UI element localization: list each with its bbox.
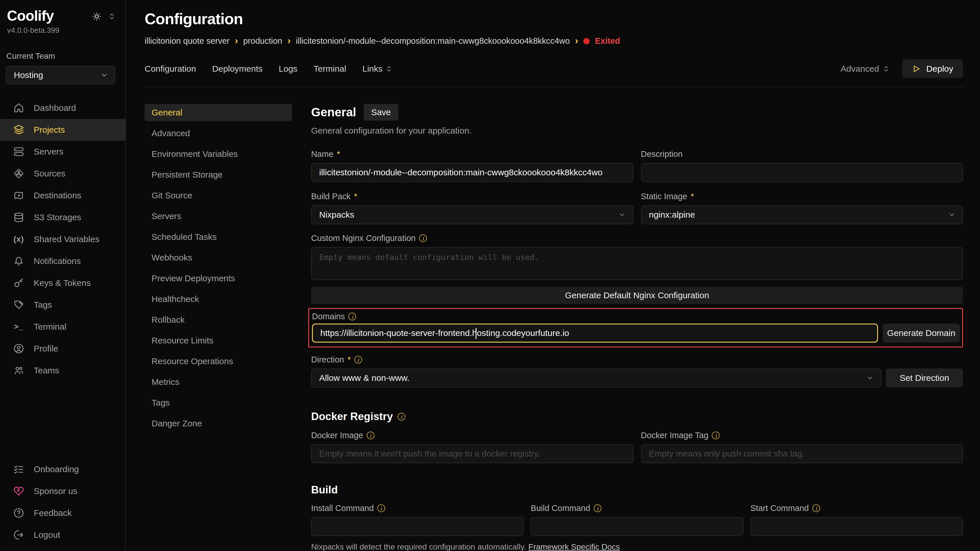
subnav-item-healthcheck[interactable]: Healthcheck [145, 291, 292, 308]
direction-label: Direction* i [311, 355, 963, 364]
user-icon [13, 343, 24, 354]
sidebar-item-profile[interactable]: Profile [0, 338, 125, 360]
subnav-item-environment-variables[interactable]: Environment Variables [145, 145, 292, 163]
start-command-input[interactable] [751, 517, 963, 536]
tab-terminal[interactable]: Terminal [314, 64, 346, 74]
advanced-dropdown[interactable]: Advanced [841, 64, 889, 74]
tab-logs[interactable]: Logs [279, 64, 298, 74]
config-subnav: General Advanced Environment Variables P… [145, 104, 292, 551]
info-icon[interactable]: i [398, 413, 405, 421]
status-badge: Exited [595, 36, 620, 46]
chevron-down-icon [866, 374, 874, 382]
generate-domain-button[interactable]: Generate Domain [883, 324, 960, 343]
info-icon[interactable]: i [354, 356, 362, 364]
sidebar-item-logout[interactable]: Logout [0, 524, 125, 546]
subnav-item-persistent-storage[interactable]: Persistent Storage [145, 166, 292, 183]
subnav-item-tags[interactable]: Tags [145, 394, 292, 411]
team-select[interactable]: Hosting [6, 66, 115, 84]
breadcrumb-project[interactable]: illicitonion quote server [145, 36, 229, 46]
name-input[interactable] [311, 163, 633, 182]
subnav-item-webhooks[interactable]: Webhooks [145, 249, 292, 266]
chevron-down-icon [619, 211, 626, 219]
info-icon[interactable]: i [377, 504, 385, 512]
sidebar-item-shared-variables[interactable]: (x) Shared Variables [0, 228, 125, 250]
map-icon [13, 190, 24, 201]
page-title: Configuration [145, 10, 963, 28]
theme-chevrons-icon[interactable] [108, 13, 116, 20]
docker-image-tag-input[interactable] [641, 444, 963, 463]
tab-links[interactable]: Links [363, 64, 392, 74]
sidebar-item-s3-storages[interactable]: S3 Storages [0, 206, 125, 228]
save-button[interactable]: Save [364, 104, 398, 121]
sidebar-item-teams[interactable]: Teams [0, 360, 125, 381]
required-asterisk: * [354, 192, 357, 201]
variables-icon: (x) [13, 235, 24, 244]
sidebar-item-notifications[interactable]: Notifications [0, 250, 125, 272]
sidebar-item-destinations[interactable]: Destinations [0, 184, 125, 206]
layers-icon [13, 125, 24, 135]
subnav-item-git-source[interactable]: Git Source [145, 187, 292, 204]
static-image-select[interactable]: nginx:alpine [641, 205, 963, 224]
tab-configuration[interactable]: Configuration [145, 64, 196, 74]
breadcrumb-separator-icon: › [575, 35, 578, 45]
theme-sun-icon[interactable] [92, 11, 102, 21]
info-icon[interactable]: i [594, 504, 601, 512]
description-label: Description [641, 149, 963, 159]
info-icon[interactable]: i [712, 432, 719, 439]
info-icon[interactable]: i [348, 313, 356, 321]
start-command-label: Start Command i [751, 503, 963, 513]
tab-bar: Configuration Deployments Logs Terminal … [145, 60, 963, 87]
current-team-label: Current Team [6, 52, 125, 61]
info-icon[interactable]: i [367, 432, 374, 439]
subnav-item-advanced[interactable]: Advanced [145, 125, 292, 142]
build-pack-select[interactable]: Nixpacks [311, 205, 633, 224]
play-icon [912, 65, 921, 73]
install-command-input[interactable] [311, 517, 524, 536]
general-form: General Save General configuration for y… [311, 104, 963, 551]
subnav-item-scheduled-tasks[interactable]: Scheduled Tasks [145, 228, 292, 246]
tab-deployments[interactable]: Deployments [212, 64, 262, 74]
required-asterisk: * [691, 192, 694, 201]
info-icon[interactable]: i [419, 234, 427, 242]
deploy-button[interactable]: Deploy [902, 60, 963, 78]
breadcrumb-separator-icon: › [235, 35, 238, 45]
subnav-item-metrics[interactable]: Metrics [145, 373, 292, 391]
subnav-item-resource-limits[interactable]: Resource Limits [145, 332, 292, 349]
subnav-item-general[interactable]: General [145, 104, 292, 121]
set-direction-button[interactable]: Set Direction [886, 368, 963, 387]
chevron-down-icon [948, 211, 956, 219]
sidebar-item-keys-tokens[interactable]: Keys & Tokens [0, 272, 125, 294]
info-icon[interactable]: i [812, 504, 820, 512]
subnav-item-servers[interactable]: Servers [145, 208, 292, 225]
sidebar-item-terminal[interactable]: >_ Terminal [0, 316, 125, 338]
build-command-input[interactable] [531, 517, 743, 536]
subnav-item-preview-deployments[interactable]: Preview Deployments [145, 270, 292, 287]
chevron-down-icon [100, 71, 108, 79]
custom-nginx-textarea[interactable] [311, 247, 963, 280]
sidebar: Coolify v4.0.0-beta.399 Current Team Hos… [0, 0, 126, 551]
sidebar-footer: Onboarding Sponsor us Feedback Logout [0, 458, 125, 546]
breadcrumb-application[interactable]: illicitestonion/-module--decomposition:m… [296, 36, 570, 46]
sidebar-item-servers[interactable]: Servers [0, 141, 125, 163]
sidebar-item-sponsor-us[interactable]: Sponsor us [0, 480, 125, 502]
breadcrumb-environment[interactable]: production [243, 36, 282, 46]
sidebar-item-onboarding[interactable]: Onboarding [0, 458, 125, 480]
subnav-item-danger-zone[interactable]: Danger Zone [145, 415, 292, 432]
generate-nginx-button[interactable]: Generate Default Nginx Configuration [311, 287, 963, 304]
required-asterisk: * [337, 149, 340, 159]
subnav-item-rollback[interactable]: Rollback [145, 311, 292, 329]
sidebar-item-dashboard[interactable]: Dashboard [0, 97, 125, 119]
sidebar-item-tags[interactable]: Tags [0, 294, 125, 316]
static-image-label: Static Image* [641, 192, 963, 201]
sidebar-item-sources[interactable]: Sources [0, 163, 125, 184]
subnav-item-resource-operations[interactable]: Resource Operations [145, 353, 292, 370]
domains-input[interactable] [312, 324, 878, 343]
framework-docs-link[interactable]: Framework Specific Docs [528, 542, 620, 551]
status-dot-icon [583, 38, 590, 44]
sidebar-item-projects[interactable]: Projects [0, 119, 125, 141]
description-input[interactable] [641, 163, 963, 182]
domains-label: Domains i [312, 312, 960, 321]
sidebar-item-feedback[interactable]: Feedback [0, 502, 125, 524]
direction-select[interactable]: Allow www & non-www. [311, 368, 881, 387]
docker-image-input[interactable] [311, 444, 633, 463]
